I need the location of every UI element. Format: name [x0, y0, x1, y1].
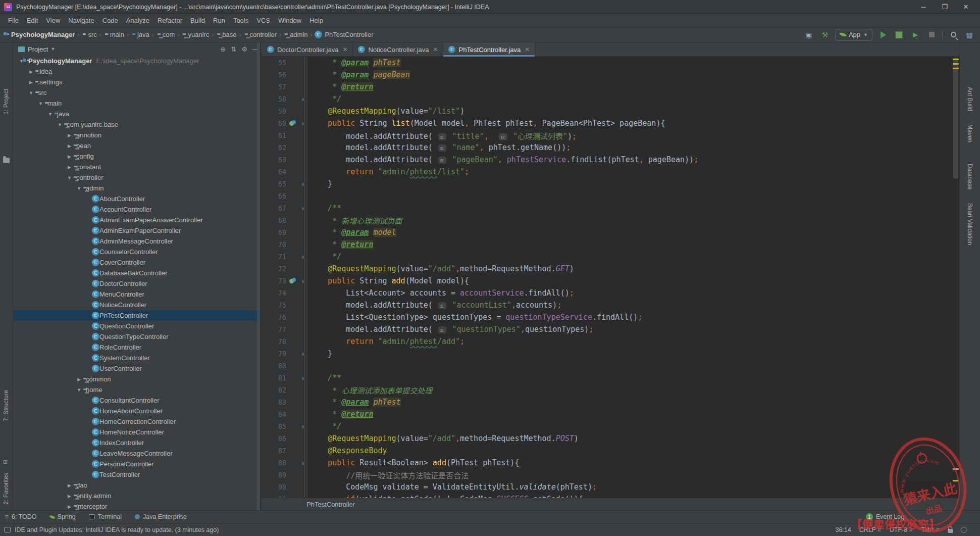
- code-line[interactable]: 70 * @return: [261, 238, 959, 251]
- debug-button[interactable]: 🞿: [894, 29, 905, 40]
- code-line[interactable]: 63 model.addAttribute( s: "pageBean", ph…: [261, 154, 959, 166]
- code-line[interactable]: 64 return "admin/phtest/list";: [261, 166, 959, 178]
- fold-marker[interactable]: ∧: [298, 181, 307, 187]
- tree-item-aboutcontroller[interactable]: CAboutController: [13, 193, 260, 204]
- code-line[interactable]: 88∨ public Result<Boolean> add(PhTest ph…: [261, 457, 959, 469]
- tree-collapse-arrow[interactable]: ▶: [66, 483, 73, 488]
- grid-icon[interactable]: ⊞: [3, 459, 8, 465]
- menu-item-run[interactable]: Run: [209, 15, 229, 26]
- tree-item-config[interactable]: ▶config: [13, 151, 260, 162]
- error-stripe-mark[interactable]: [953, 468, 959, 470]
- tab-doctorcontroller.java[interactable]: CDoctorController.java✕: [262, 43, 353, 56]
- tree-item-personalcontroller[interactable]: CPersonalController: [13, 459, 260, 469]
- menu-item-refactor[interactable]: Refactor: [153, 15, 186, 26]
- fold-marker[interactable]: ∨: [298, 375, 307, 381]
- code-line[interactable]: 86 @RequestMapping(value="/add",method=R…: [261, 432, 959, 445]
- search-everywhere-icon[interactable]: [948, 29, 959, 40]
- tool-strip-button-bean-validation[interactable]: Bean Validation: [966, 203, 973, 245]
- tool-window-button-spring[interactable]: Spring: [50, 513, 76, 520]
- tree-collapse-arrow[interactable]: ▶: [66, 154, 73, 159]
- tree-item-dao[interactable]: ▶dao: [13, 480, 260, 491]
- tree-expand-arrow[interactable]: ▼: [57, 122, 63, 127]
- tree-item-java[interactable]: ▼java: [13, 109, 260, 119]
- tree-item-consultantcontroller[interactable]: CConsultantController: [13, 395, 260, 406]
- tool-window-button-jee[interactable]: Java Enterprise: [135, 513, 187, 520]
- code-line[interactable]: 83 * @param phTest: [261, 396, 959, 408]
- code-line[interactable]: 60∨ public String list(Model model, PhTe…: [261, 117, 959, 129]
- spring-bean-icon[interactable]: [286, 278, 298, 284]
- code-editor[interactable]: 55 * @param phTest56 * @param pageBean57…: [261, 57, 959, 498]
- code-line[interactable]: 76 List<QuestionType> questionTypes = qu…: [261, 311, 959, 323]
- code-line[interactable]: 75 model.addAttribute( s: "accountList",…: [261, 299, 959, 311]
- tree-item-doctorcontroller[interactable]: CDoctorController: [13, 278, 260, 289]
- menu-item-help[interactable]: Help: [305, 15, 327, 26]
- tree-item-src[interactable]: ▼src: [13, 87, 260, 98]
- tab-close-icon[interactable]: ✕: [342, 46, 347, 53]
- tab-noticecontroller.java[interactable]: CNoticeController.java✕: [353, 43, 443, 56]
- tree-item-adminexampaperanswercontroller[interactable]: CAdminExamPaperAnswerController: [13, 215, 260, 225]
- minimize-button[interactable]: ─: [913, 1, 934, 13]
- tool-strip-button-maven[interactable]: Maven: [966, 124, 973, 142]
- event-log-button[interactable]: 1 Event Log: [866, 513, 904, 520]
- readonly-lock-icon[interactable]: [948, 529, 953, 533]
- tab-close-icon[interactable]: ✕: [433, 46, 438, 53]
- code-line[interactable]: 57 * @return: [261, 81, 959, 93]
- code-line[interactable]: 71∧ */: [261, 251, 959, 263]
- code-line[interactable]: 90 CodeMsg validate = ValidateEntityUtil…: [261, 481, 959, 493]
- breadcrumb-item[interactable]: src: [82, 31, 96, 38]
- error-stripe-mark[interactable]: [953, 59, 959, 60]
- run-anything-icon[interactable]: ▣: [803, 29, 814, 40]
- tool-strip-button-1-project[interactable]: 1: Project: [3, 89, 10, 115]
- inspections-icon[interactable]: [961, 527, 967, 533]
- code-line[interactable]: 72 @RequestMapping(value="/add",method=R…: [261, 263, 959, 275]
- menu-item-tools[interactable]: Tools: [229, 15, 252, 26]
- fold-marker[interactable]: ∨: [298, 278, 307, 284]
- tree-item-indexcontroller[interactable]: CIndexController: [13, 437, 260, 448]
- error-stripe-mark[interactable]: [953, 68, 959, 69]
- run-button[interactable]: [878, 29, 889, 40]
- status-notification-icon[interactable]: [4, 527, 11, 532]
- encoding-widget[interactable]: UTF-8⇵: [890, 526, 913, 533]
- tree-item-admin[interactable]: ▼admin: [13, 183, 260, 193]
- tree-item-homenoticecontroller[interactable]: CHomeNoticeController: [13, 427, 260, 437]
- breadcrumb-item[interactable]: CPhTestController: [315, 31, 373, 38]
- fold-marker[interactable]: ∧: [298, 351, 307, 357]
- tree-item-.idea[interactable]: ▶.idea: [13, 66, 260, 77]
- code-line[interactable]: 68 * 新增心理测试页面: [261, 214, 959, 226]
- close-button[interactable]: ✕: [956, 1, 976, 13]
- project-panel-header[interactable]: Project ▼ ⊕ ⇅ ⚙ ─: [13, 42, 260, 56]
- tree-item-entity.admin[interactable]: ▶entity.admin: [13, 491, 260, 501]
- code-line[interactable]: 61 model.addAttribute( s: "title", o: "心…: [261, 129, 959, 141]
- project-structure-icon[interactable]: ▦: [964, 29, 975, 40]
- breadcrumb-item[interactable]: admin: [284, 31, 307, 38]
- tree-item-databasebakcontroller[interactable]: CDatabaseBakController: [13, 268, 260, 278]
- menu-item-build[interactable]: Build: [186, 15, 209, 26]
- tree-item-testcontroller[interactable]: CTestController: [13, 469, 260, 480]
- tree-item-constant[interactable]: ▶constant: [13, 162, 260, 172]
- run-configuration-select[interactable]: App ▼: [836, 29, 872, 41]
- tree-collapse-arrow[interactable]: ▶: [28, 80, 34, 85]
- code-line[interactable]: 84 * @return: [261, 408, 959, 420]
- code-line[interactable]: 74 List<Account> accounts = accountServi…: [261, 287, 959, 299]
- code-line[interactable]: 77 model.addAttribute( s: "questionTypes…: [261, 323, 959, 335]
- hide-panel-icon[interactable]: ─: [252, 45, 257, 53]
- caret-position-widget[interactable]: 36:14: [835, 526, 851, 533]
- fold-marker[interactable]: ∨: [298, 206, 307, 211]
- breadcrumb-item[interactable]: controller: [244, 31, 277, 38]
- tool-strip-button-7-structure[interactable]: 7: Structure: [3, 390, 10, 421]
- menu-item-vcs[interactable]: VCS: [252, 15, 274, 26]
- tool-window-button-terminal[interactable]: Terminal: [89, 513, 122, 520]
- tree-item-menucontroller[interactable]: CMenuController: [13, 289, 260, 300]
- tab-phtestcontroller.java[interactable]: CPhTestController.java✕: [443, 43, 535, 56]
- tree-item-home[interactable]: ▼home: [13, 384, 260, 395]
- code-line[interactable]: 58∧ */: [261, 93, 959, 105]
- menu-item-analyze[interactable]: Analyze: [122, 15, 153, 26]
- tree-collapse-arrow[interactable]: ▶: [76, 377, 82, 382]
- tree-item-systemcontroller[interactable]: CSystemController: [13, 353, 260, 363]
- menu-item-window[interactable]: Window: [274, 15, 305, 26]
- tree-item-main[interactable]: ▼main: [13, 98, 260, 109]
- tree-item-homeaboutcontroller[interactable]: CHomeAboutController: [13, 406, 260, 416]
- menu-item-navigate[interactable]: Navigate: [64, 15, 98, 26]
- tree-expand-arrow[interactable]: ▼: [28, 90, 34, 95]
- stop-button[interactable]: [926, 29, 937, 40]
